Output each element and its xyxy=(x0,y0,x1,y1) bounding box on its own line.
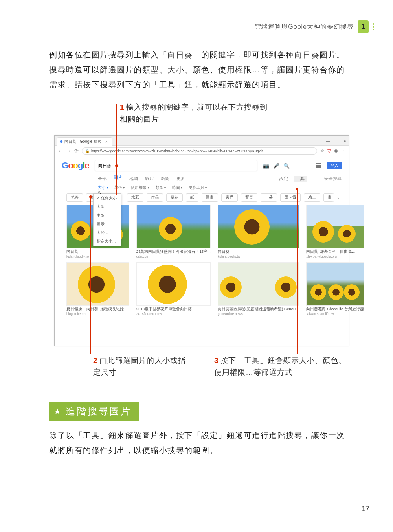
chip[interactable]: 畫 xyxy=(323,193,336,202)
chip[interactable]: 圖畫 xyxy=(202,193,218,202)
chip[interactable]: 作品 xyxy=(147,193,163,202)
image-result[interactable]: 向日葵 kplant.biodiv.tw xyxy=(218,205,299,258)
size-dropdown: 任何大小 大型 中型 圖示 大於... 指定大小... xyxy=(93,193,121,246)
size-option-exact[interactable]: 指定大小... xyxy=(94,237,121,246)
result-caption: 向日葵基因揭秘(光處裡因追隨新希望) GeneO... xyxy=(218,307,299,312)
filter-time[interactable]: 時間 xyxy=(172,185,182,190)
window-close-button[interactable]: × xyxy=(344,138,346,143)
nav-reload-button[interactable]: ⟳ xyxy=(74,148,79,154)
result-caption: 向日葵- 維基百科，自由嘅... xyxy=(306,249,364,254)
browser-tab-title: 向日葵 - Google 搜尋 xyxy=(64,139,101,144)
annotation-3: 3按下「工具」鈕會顯示大小、顏色、使用權限…等篩選方式 xyxy=(214,355,348,378)
apps-grid-icon[interactable] xyxy=(316,163,322,168)
chip[interactable]: 葵花 xyxy=(166,193,183,202)
google-search-tabs: 全部 圖片 地圖 影片 新聞 更多 設定 工具 安全搜尋 xyxy=(98,175,342,182)
profile-icon[interactable]: ◉ xyxy=(334,148,338,153)
chip[interactable]: 素描 xyxy=(221,193,238,202)
size-option-large[interactable]: 大型 xyxy=(94,202,121,211)
chapter-badge: 1 xyxy=(358,20,369,33)
image-result[interactable]: 向日葵花海-ShareLife 台灣旅行趣 taiwan.sharelife.t… xyxy=(306,262,364,316)
page-number: 17 xyxy=(362,505,369,513)
result-caption: 向日葵 xyxy=(66,249,129,254)
browser-address-bar: ← → ⟳ 🔒 https://www.google.com.tw/search… xyxy=(55,146,349,156)
result-caption: 23萬株向日葵狂盛開！河濱花海有「15座... xyxy=(136,249,211,254)
tab-news[interactable]: 新聞 xyxy=(161,176,169,182)
google-search-box[interactable] xyxy=(95,160,257,171)
tab-more[interactable]: 更多 xyxy=(176,176,185,182)
mic-icon[interactable]: 🎤 xyxy=(273,163,279,169)
window-titlebar: 向日葵 - Google 搜尋 × — □ × xyxy=(55,136,349,146)
result-caption: 向日葵 xyxy=(218,249,299,254)
camera-icon[interactable]: 📷 xyxy=(263,163,269,169)
tab-videos[interactable]: 影片 xyxy=(145,176,154,182)
safesearch-label[interactable]: 安全搜尋 xyxy=(324,176,342,182)
chip[interactable]: 梵谷 xyxy=(66,193,83,202)
result-caption: 向日葵花海-ShareLife 台灣旅行趣 xyxy=(306,307,364,312)
annotation-1-text: 輸入搜尋的關鍵字，就可以在下方搜尋到相關的圖片 xyxy=(120,103,268,123)
header-dots-icon xyxy=(373,23,374,30)
annotation-2-number: 2 xyxy=(93,356,98,364)
result-source: kplant.biodiv.tw xyxy=(218,254,299,258)
browser-tab[interactable]: 向日葵 - Google 搜尋 × xyxy=(57,137,112,146)
image-result[interactable]: 向日葵基因揭秘(光處裡因追隨新希望) GeneO... geneonline.n… xyxy=(218,262,299,316)
section-title: 進階搜尋圖片 xyxy=(66,405,132,418)
tab-images[interactable]: 圖片 xyxy=(114,175,122,182)
result-source: kplant.biodiv.tw xyxy=(66,254,129,258)
filter-size[interactable]: 大小 xyxy=(98,185,108,190)
result-source: zh-yue.wikipedia.org xyxy=(306,254,364,258)
settings-link[interactable]: 設定 xyxy=(279,176,288,182)
chip[interactable]: 一朵 xyxy=(261,193,277,202)
chips-next-icon[interactable]: › xyxy=(334,193,342,202)
image-result[interactable]: 23萬株向日葵狂盛開！河濱花海有「15座... udn.com xyxy=(136,205,211,258)
google-logo[interactable]: Google xyxy=(62,160,89,171)
annotation-1-number: 1 xyxy=(120,103,125,111)
mouse-cursor-icon: ↖ xyxy=(98,190,101,195)
filter-more-tools[interactable]: 更多工具 xyxy=(189,185,207,190)
bookmark-star-icon[interactable]: ☆ xyxy=(320,148,324,153)
annotation-2-text: 由此篩選圖片的大小或指定尺寸 xyxy=(93,356,186,376)
url-field[interactable]: 🔒 https://www.google.com.tw/search?hl=zh… xyxy=(82,147,317,155)
tab-all[interactable]: 全部 xyxy=(98,176,107,182)
login-button[interactable]: 登入 xyxy=(327,162,342,169)
result-source: 2018floraexpo.tw xyxy=(136,312,211,316)
annotation-2: 2由此篩選圖片的大小或指定尺寸 xyxy=(93,355,187,378)
leader-dot-1 xyxy=(115,164,118,167)
annotation-3-number: 3 xyxy=(214,356,219,364)
annotation-1: 1輸入搜尋的關鍵字，就可以在下方搜尋到相關的圖片 xyxy=(120,101,269,125)
window-minimize-button[interactable]: — xyxy=(326,138,330,143)
nav-back-button[interactable]: ← xyxy=(58,148,63,154)
tab-maps[interactable]: 地圖 xyxy=(129,176,138,182)
chip[interactable]: 水彩 xyxy=(127,193,143,202)
image-result[interactable]: 向日葵- 維基百科，自由嘅... zh-yue.wikipedia.org xyxy=(306,205,364,258)
svg-point-0 xyxy=(60,140,62,143)
chip[interactable]: 墨卡索 xyxy=(280,193,301,202)
result-source: udn.com xyxy=(136,254,211,258)
nav-forward-button[interactable]: → xyxy=(66,148,71,154)
google-favicon-icon xyxy=(60,140,63,143)
google-search-input[interactable] xyxy=(98,163,254,168)
tools-button[interactable]: 工具 xyxy=(294,176,307,182)
window-maximize-button[interactable]: □ xyxy=(336,138,338,143)
image-result[interactable]: 2018臺中世界花卉博覽會向日葵 2018floraexpo.tw xyxy=(136,262,211,316)
image-result[interactable]: 夏日體操__向日葵- 播種成長紀錄~... blog.xuite.net xyxy=(66,262,129,316)
body-paragraph-1: 例如各位在圖片搜尋列上輸入「向日葵」的關鍵字，即可找到各種向日葵圖片。搜尋時還可… xyxy=(49,47,348,92)
search-icon[interactable]: 🔍 xyxy=(283,163,290,169)
leader-line-3 xyxy=(297,189,298,354)
browser-window: 向日葵 - Google 搜尋 × — □ × ← → ⟳ 🔒 https://… xyxy=(54,135,349,346)
size-option-icon[interactable]: 圖示 xyxy=(94,220,121,228)
leader-dot-3 xyxy=(296,188,298,190)
chip[interactable]: 粘土 xyxy=(304,193,320,202)
size-option-larger-than[interactable]: 大於... xyxy=(94,228,121,237)
chip[interactable]: 背景 xyxy=(241,193,257,202)
tab-close-icon[interactable]: × xyxy=(105,140,108,144)
url-text: https://www.google.com.tw/search?hl=zh-T… xyxy=(91,149,266,153)
body-paragraph-2: 除了以「工具」鈕來篩選圖片外，按下「設定」鈕還可進行進階搜尋，讓你一次就將所有的… xyxy=(49,428,348,458)
result-source: taiwan.sharelife.tw xyxy=(306,312,364,316)
filter-type[interactable]: 類型 xyxy=(156,185,166,190)
filter-rights[interactable]: 使用權限 xyxy=(131,185,149,190)
leader-line-1 xyxy=(116,104,117,195)
chip[interactable]: 紙 xyxy=(186,193,198,202)
size-option-medium[interactable]: 中型 xyxy=(94,211,121,220)
browser-menu-icon[interactable]: ⋮ xyxy=(341,148,345,153)
shield-icon[interactable]: ▽ xyxy=(327,148,331,154)
